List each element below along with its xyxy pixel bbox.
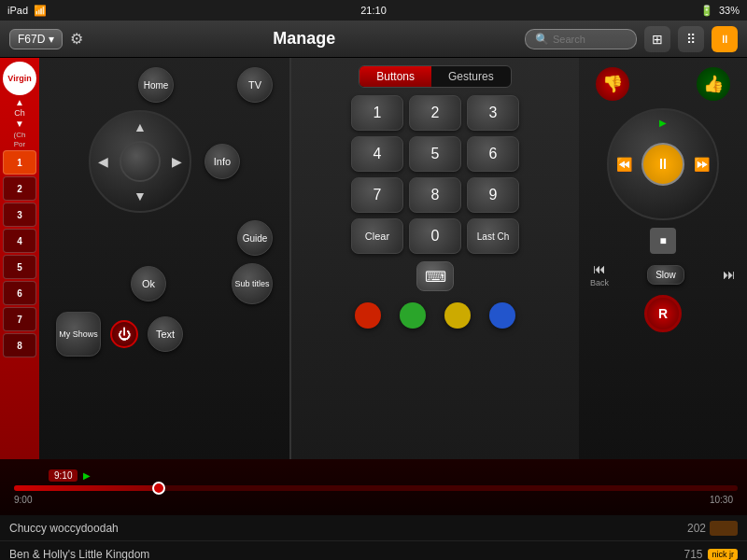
num-key-clear[interactable]: Clear [351,218,403,254]
start-time: 9:00 [14,495,32,505]
guide-row: Guide [47,220,282,256]
num-key-6[interactable]: 6 [467,136,519,172]
grid-icon-button[interactable]: ⊞ [644,26,670,52]
time-label-row: 9:10 ▶ [9,469,738,482]
ch-label: Ch [14,108,25,118]
record-button[interactable]: R [644,295,682,332]
num-key-5[interactable]: 5 [409,136,461,172]
blue-button[interactable] [489,302,515,329]
status-right: 🔋 33% [700,5,740,17]
program-list: Chuccy woccydoodah 202 Ben & Holly's Lit… [0,515,747,560]
gear-icon[interactable]: ⚙ [70,30,83,48]
global-pause-button[interactable]: ⏸ [712,26,738,52]
wifi-icon: 📶 [34,5,47,17]
channel-up-arrow[interactable]: ▲ [15,97,24,107]
info-button[interactable]: Info [204,144,240,179]
table-row[interactable]: Ben & Holly's Little Kingdom 715 nick jr [0,541,747,560]
toolbar: F67D ▾ ⚙ Manage 🔍 Search ⊞ ⠿ ⏸ [0,21,747,58]
table-row[interactable]: Chuccy woccydoodah 202 [0,515,747,541]
stop-button[interactable]: ■ [650,228,676,254]
virgin-logo: Virgin [3,62,36,95]
subtitles-button[interactable]: Sub titles [232,263,273,304]
thumb-up-button[interactable]: 👍 [697,67,730,101]
text-button[interactable]: Text [148,316,183,352]
forward-skip-button[interactable]: ⏭ [723,267,736,282]
yellow-button[interactable] [444,302,471,329]
main-area: Virgin ▲ Ch ▼ (ChPor 1 2 3 4 5 6 7 8 Hom… [0,58,747,459]
forward-icon: ⏭ [723,267,736,282]
remote-bottom-row: My Shows ⏻ Text [47,312,282,357]
toolbar-icons: ⊞ ⠿ ⏸ [644,26,738,52]
thumb-down-button[interactable]: 👎 [596,67,629,101]
program-number: 202 [659,522,706,535]
page-title: Manage [273,29,335,49]
search-box[interactable]: 🔍 Search [525,29,637,49]
pause-center-button[interactable]: ⏸ [641,143,684,186]
dpad-down[interactable]: ▼ [134,189,147,203]
sidebar-channel-1[interactable]: 1 [3,150,36,175]
back-button[interactable]: ⏮ Back [590,261,609,287]
sidebar-channel-6[interactable]: 6 [3,281,36,305]
tv-button[interactable]: TV [237,67,273,103]
timeline-row [9,485,738,491]
sidebar-channel-8[interactable]: 8 [3,333,36,357]
thumbs-row: 👎 👍 [586,67,740,101]
gestures-mode-btn[interactable]: Gestures [431,66,511,87]
remote-top-row: Home TV [47,67,282,103]
home-button[interactable]: Home [138,67,174,103]
left-sidebar: Virgin ▲ Ch ▼ (ChPor 1 2 3 4 5 6 7 8 [0,58,39,459]
num-key-9[interactable]: 9 [467,177,519,213]
play-top-icon: ▶ [659,118,667,128]
channel-nav: ▲ Ch ▼ [14,97,25,129]
layout-icon-button[interactable]: ⠿ [678,26,704,52]
buttons-mode-btn[interactable]: Buttons [359,66,431,87]
timeline-thumb[interactable] [152,482,165,495]
ok-button[interactable]: Ok [131,266,166,301]
right-panel: 👎 👍 ▶ ⏪ ⏩ ⏸ ■ ⏮ Back Slow ⏭ [579,58,747,459]
device-label: F67D [18,33,45,46]
program-title: Ben & Holly's Little Kingdom [9,548,655,561]
num-key-4[interactable]: 4 [351,136,403,172]
search-icon: 🔍 [535,33,549,46]
sidebar-channel-2[interactable]: 2 [3,176,36,201]
dpad-up[interactable]: ▲ [134,119,147,134]
channel-down-arrow[interactable]: ▼ [15,119,24,129]
my-shows-button[interactable]: My Shows [56,312,101,357]
timeline-fill [14,485,159,491]
chevron-down-icon: ▾ [49,33,54,46]
dpad-row: ▲ ▼ ◀ ▶ Info [47,110,282,213]
dpad-inner [120,141,161,182]
dpad-left[interactable]: ◀ [98,154,108,169]
dpad-right[interactable]: ▶ [172,154,182,169]
num-key-0[interactable]: 0 [409,218,461,254]
fast-forward-button[interactable]: ⏩ [694,157,710,172]
keyboard-button[interactable]: ⌨ [416,261,454,291]
battery-label: 33% [719,5,740,16]
timeline-bar[interactable] [14,485,738,491]
num-key-2[interactable]: 2 [409,95,461,131]
sidebar-channel-5[interactable]: 5 [3,255,36,279]
num-key-1[interactable]: 1 [351,95,403,131]
red-button[interactable] [355,302,381,329]
num-key-3[interactable]: 3 [467,95,519,131]
num-key-8[interactable]: 8 [409,177,461,213]
back-label: Back [590,278,609,287]
current-time: 9:10 [49,469,78,482]
num-key-7[interactable]: 7 [351,177,403,213]
slow-button[interactable]: Slow [647,265,684,285]
sidebar-channel-7[interactable]: 7 [3,307,36,331]
numpad-panel: Buttons Gestures 1 2 3 4 5 6 7 8 9 Clear… [291,58,579,459]
power-button[interactable]: ⏻ [110,320,138,348]
rewind-button[interactable]: ⏪ [616,157,632,172]
play-indicator: ▶ [83,470,91,481]
num-key-lastch[interactable]: Last Ch [467,218,519,254]
back-icon: ⏮ [593,261,606,276]
sidebar-channel-3[interactable]: 3 [3,203,36,227]
sidebar-channel-4[interactable]: 4 [3,229,36,253]
device-selector[interactable]: F67D ▾ [9,29,63,49]
end-time: 10:30 [710,495,733,505]
program-title: Chuccy woccydoodah [9,522,659,535]
timeline-section: 9:10 ▶ 9:00 10:30 [0,459,747,515]
green-button[interactable] [400,302,426,329]
guide-button[interactable]: Guide [237,220,273,256]
